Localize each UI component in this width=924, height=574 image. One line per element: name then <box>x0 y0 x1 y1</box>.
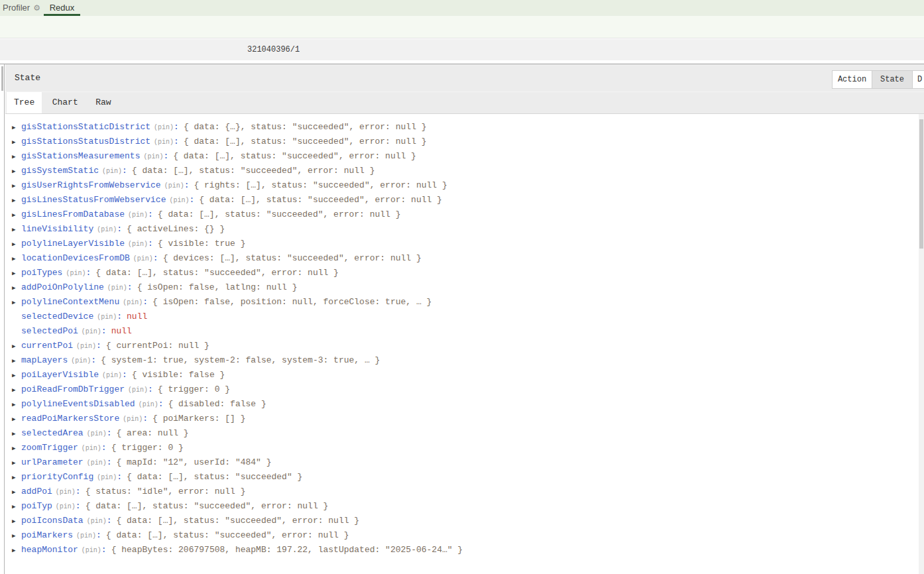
tree-row[interactable]: ▶heapMonitor(pin):{ heapBytes: 206797508… <box>5 543 919 557</box>
pin-badge[interactable]: (pin) <box>102 168 122 175</box>
tree-row[interactable]: ▶gisLinesFromDatabase(pin):{ data: […], … <box>5 207 919 222</box>
tree-row[interactable]: ▶poiIconsData(pin):{ data: […], status: … <box>5 514 919 528</box>
pin-badge[interactable]: (pin) <box>154 124 174 131</box>
pin-badge[interactable]: (pin) <box>56 488 76 496</box>
pin-badge[interactable]: (pin) <box>164 182 184 190</box>
tree-row[interactable]: ▶lineVisibility(pin):{ activeLines: {} } <box>5 222 919 237</box>
tree-row[interactable]: ▶gisStationsStaticDistrict(pin):{ data: … <box>5 120 919 135</box>
action-list-item[interactable]: 321040396/1 <box>0 39 924 60</box>
pin-badge[interactable]: (pin) <box>107 284 127 292</box>
expand-arrow-icon[interactable]: ▶ <box>12 281 21 296</box>
tree-row[interactable]: ▶polylineLayerVisible(pin):{ visible: tr… <box>5 237 919 251</box>
pin-badge[interactable]: (pin) <box>102 372 122 379</box>
gear-icon[interactable]: ⚙ <box>33 0 40 16</box>
expand-arrow-icon[interactable]: ▶ <box>12 427 21 441</box>
pin-badge[interactable]: (pin) <box>139 401 158 408</box>
expand-arrow-icon[interactable]: ▶ <box>12 223 21 237</box>
tree-row[interactable]: ▶gisUserRightsFromWebservice(pin):{ righ… <box>5 178 919 193</box>
tree-row[interactable]: ▶gisStationsStatusDistrict(pin):{ data: … <box>5 135 919 149</box>
subtab-bar: Tree Chart Raw <box>5 91 924 114</box>
tab-redux[interactable]: Redux <box>44 0 80 16</box>
tree-row[interactable]: ▶zoomTrigger(pin):{ trigger: 0 } <box>5 441 919 455</box>
left-scrollbar-thumb[interactable] <box>1 66 3 91</box>
tree-row[interactable]: ▶currentPoi(pin):{ currentPoi: null } <box>5 339 919 353</box>
pin-badge[interactable]: (pin) <box>82 445 101 452</box>
tree-row[interactable]: ▶priorityConfig(pin):{ data: […], status… <box>5 470 919 485</box>
expand-arrow-icon[interactable]: ▶ <box>12 237 21 252</box>
pin-badge[interactable]: (pin) <box>123 299 143 306</box>
pin-badge[interactable]: (pin) <box>128 241 148 248</box>
expand-arrow-icon[interactable]: ▶ <box>12 266 21 281</box>
pin-badge[interactable]: (pin) <box>154 139 174 146</box>
expand-arrow-icon[interactable]: ▶ <box>12 441 21 456</box>
tree-row[interactable]: ▶locationDevicesFromDB(pin):{ devices: [… <box>5 251 919 266</box>
pin-badge[interactable]: (pin) <box>123 416 143 423</box>
tree-row[interactable]: ▶mapLayers(pin):{ system-1: true, system… <box>5 353 919 368</box>
expand-arrow-icon[interactable]: ▶ <box>12 456 21 471</box>
pin-badge[interactable]: (pin) <box>97 474 117 481</box>
tree-row[interactable]: ▶poiMarkers(pin):{ data: […], status: "s… <box>5 528 919 543</box>
tree-row[interactable]: ▶addPoi(pin):{ status: "idle", error: nu… <box>5 485 919 499</box>
pin-badge[interactable]: (pin) <box>76 343 96 350</box>
pin-badge[interactable]: (pin) <box>66 270 86 277</box>
expand-arrow-icon[interactable]: ▶ <box>12 529 21 544</box>
tree-row[interactable]: ▶gisStationsMeasurements(pin):{ data: […… <box>5 149 919 164</box>
expand-arrow-icon[interactable]: ▶ <box>12 369 21 383</box>
tree-row[interactable]: ▶selectedArea(pin):{ area: null } <box>5 426 919 441</box>
pin-badge[interactable]: (pin) <box>97 314 117 321</box>
tree-row[interactable]: ▶poiTypes(pin):{ data: […], status: "suc… <box>5 266 919 280</box>
pin-badge[interactable]: (pin) <box>71 357 91 365</box>
tree-row[interactable]: ▶gisSystemStatic(pin):{ data: […], statu… <box>5 164 919 178</box>
tree-row[interactable]: ▶urlParameter(pin):{ mapId: "12", userId… <box>5 455 919 470</box>
expand-arrow-icon[interactable]: ▶ <box>12 471 21 485</box>
pin-badge[interactable]: (pin) <box>82 547 101 554</box>
expand-arrow-icon[interactable]: ▶ <box>12 296 21 310</box>
right-scrollbar-thumb[interactable] <box>919 119 923 249</box>
expand-arrow-icon[interactable]: ▶ <box>12 208 21 223</box>
state-view-button[interactable]: State <box>872 70 913 89</box>
tree-row[interactable]: ▶polylineEventsDisabled(pin):{ disabled:… <box>5 397 919 412</box>
tab-raw[interactable]: Raw <box>88 92 118 113</box>
expand-arrow-icon[interactable]: ▶ <box>12 500 21 514</box>
right-scrollbar-track[interactable] <box>919 114 924 574</box>
pin-badge[interactable]: (pin) <box>169 197 189 204</box>
expand-arrow-icon[interactable]: ▶ <box>12 179 21 194</box>
tab-profiler[interactable]: Profiler⚙ <box>3 0 40 16</box>
tree-row[interactable]: ▶poiTyp(pin):{ data: […], status: "succe… <box>5 499 919 514</box>
expand-arrow-icon[interactable]: ▶ <box>12 544 21 558</box>
expand-arrow-icon[interactable]: ▶ <box>12 121 21 135</box>
pin-badge[interactable]: (pin) <box>82 328 101 335</box>
tree-row[interactable]: ▶gisLinesStatusFromWebservice(pin):{ dat… <box>5 193 919 207</box>
expand-arrow-icon[interactable]: ▶ <box>12 252 21 266</box>
diff-view-button[interactable]: D <box>913 70 924 89</box>
expand-arrow-icon[interactable]: ▶ <box>12 398 21 412</box>
expand-arrow-icon[interactable]: ▶ <box>12 383 21 398</box>
expand-arrow-icon[interactable]: ▶ <box>12 514 21 529</box>
tree-row[interactable]: ▶polylineContextMenu(pin):{ isOpen: fals… <box>5 295 919 310</box>
pin-badge[interactable]: (pin) <box>128 386 148 394</box>
pin-badge[interactable]: (pin) <box>97 226 117 233</box>
pin-badge[interactable]: (pin) <box>133 255 153 262</box>
expand-arrow-icon[interactable]: ▶ <box>12 354 21 369</box>
expand-arrow-icon[interactable]: ▶ <box>12 164 21 179</box>
action-view-button[interactable]: Action <box>832 70 872 89</box>
pin-badge[interactable]: (pin) <box>87 430 107 437</box>
pin-badge[interactable]: (pin) <box>128 211 148 219</box>
tab-tree[interactable]: Tree <box>7 92 42 113</box>
pin-badge[interactable]: (pin) <box>87 459 107 467</box>
pin-badge[interactable]: (pin) <box>56 503 76 510</box>
pin-badge[interactable]: (pin) <box>76 532 96 540</box>
tree-row[interactable]: ▶poiReadFromDbTrigger(pin):{ trigger: 0 … <box>5 382 919 397</box>
pin-badge[interactable]: (pin) <box>87 518 107 525</box>
tab-chart[interactable]: Chart <box>45 92 86 113</box>
expand-arrow-icon[interactable]: ▶ <box>12 150 21 164</box>
expand-arrow-icon[interactable]: ▶ <box>12 194 21 208</box>
tree-row[interactable]: ▶addPoiOnPolyline(pin):{ isOpen: false, … <box>5 280 919 295</box>
expand-arrow-icon[interactable]: ▶ <box>12 339 21 354</box>
pin-badge[interactable]: (pin) <box>143 153 163 160</box>
expand-arrow-icon[interactable]: ▶ <box>12 412 21 427</box>
tree-row[interactable]: ▶poiLayerVisible(pin):{ visible: false } <box>5 368 919 382</box>
expand-arrow-icon[interactable]: ▶ <box>12 485 21 500</box>
tree-row[interactable]: ▶readPoiMarkersStore(pin):{ poiMarkers: … <box>5 412 919 426</box>
expand-arrow-icon[interactable]: ▶ <box>12 135 21 150</box>
